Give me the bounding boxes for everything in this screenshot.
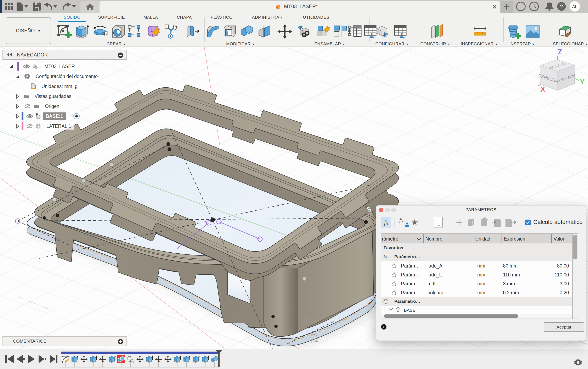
svg-text:i: i	[383, 325, 384, 329]
svg-text:?: ?	[560, 3, 563, 10]
svg-text:Y: Y	[580, 78, 585, 86]
svg-text:Z: Z	[558, 48, 562, 56]
svg-text:AL: AL	[572, 4, 578, 9]
svg-text:X: X	[540, 85, 545, 93]
